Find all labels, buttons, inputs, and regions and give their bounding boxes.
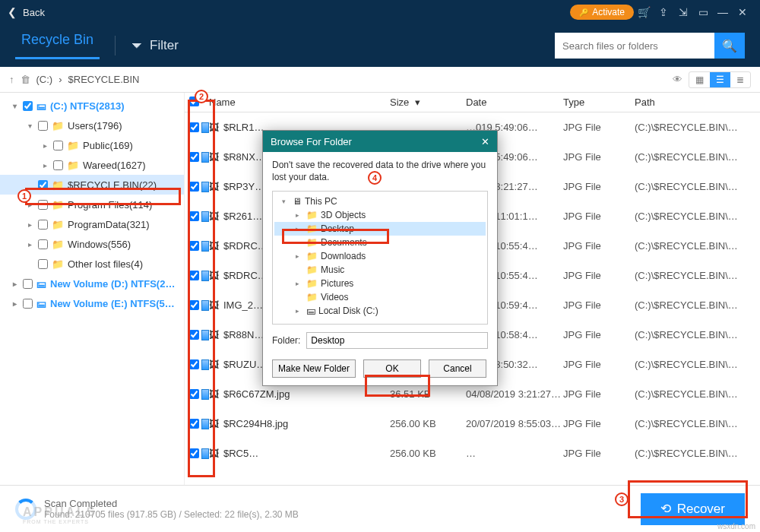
tree-checkbox[interactable] (53, 160, 63, 170)
tree-label: New Volume (D:) NTFS(2… (50, 278, 175, 290)
image-icon: 🖼 (209, 329, 219, 340)
expand-arrow-icon[interactable]: ▸ (25, 240, 34, 249)
tab-recycle-bin[interactable]: Recycle Bin (15, 32, 100, 59)
expand-arrow-icon[interactable]: ▸ (25, 220, 34, 229)
image-icon: 🖼 (209, 181, 219, 192)
tree-checkbox[interactable] (23, 101, 33, 111)
tree-checkbox[interactable] (38, 220, 48, 230)
tree-item[interactable]: ▸🖴New Volume (E:) NTFS(5… (0, 293, 184, 313)
expand-arrow-icon[interactable]: ▸ (296, 225, 303, 233)
expand-arrow-icon[interactable]: ▸ (10, 280, 19, 288)
tree-checkbox[interactable] (38, 180, 48, 190)
tree-item[interactable]: ▸📁Public(169) (0, 135, 184, 155)
dialog-tree-item[interactable]: 📁Videos (274, 290, 486, 304)
dialog-tree-item[interactable]: ▸🖴Local Disk (C:) (274, 304, 486, 318)
tree-checkbox[interactable] (23, 299, 33, 309)
search-input[interactable] (555, 33, 714, 59)
expand-arrow-icon[interactable]: ▾ (10, 102, 19, 110)
file-checkbox[interactable] (189, 330, 199, 340)
file-checkbox[interactable] (189, 271, 199, 280)
preview-icon[interactable]: 👁 (673, 74, 682, 85)
close-icon[interactable]: ✕ (733, 6, 752, 18)
detail-view-icon[interactable]: ≣ (730, 72, 750, 87)
recover-button[interactable]: ⟲ Recover (641, 493, 745, 525)
thumbnail-icon (201, 419, 209, 429)
cancel-button[interactable]: Cancel (429, 359, 486, 378)
col-size[interactable]: Size ▾ (390, 97, 466, 108)
crumb-drive[interactable]: (C:) (36, 74, 53, 85)
file-checkbox[interactable] (189, 419, 199, 429)
tree-checkbox[interactable] (38, 239, 48, 249)
crumb-folder[interactable]: $RECYCLE.BIN (68, 74, 140, 85)
ok-button[interactable]: OK (363, 359, 421, 378)
file-checkbox[interactable] (189, 211, 199, 221)
col-path[interactable]: Path (635, 97, 760, 108)
tree-item[interactable]: ▾📁Users(1796) (0, 116, 184, 135)
expand-arrow-icon[interactable]: ▸ (296, 252, 303, 260)
tree-item[interactable]: ▸📁ProgramData(321) (0, 214, 184, 234)
expand-arrow-icon[interactable]: ▸ (296, 307, 303, 315)
tree-item[interactable]: 📁Other lost files(4) (0, 254, 184, 274)
file-checkbox[interactable] (189, 241, 199, 251)
dialog-tree-item[interactable]: ▸📁3D Objects (274, 208, 486, 222)
col-date[interactable]: Date (466, 97, 563, 108)
tree-item[interactable]: ▸🖴New Volume (D:) NTFS(2… (0, 274, 184, 293)
minimize-icon[interactable]: — (713, 6, 733, 18)
tree-checkbox[interactable] (38, 121, 48, 131)
share-icon[interactable]: ⇪ (654, 6, 673, 18)
cart-icon[interactable]: 🛒 (634, 6, 654, 18)
dialog-tree-label: Local Disk (C:) (318, 306, 378, 316)
activate-button[interactable]: 🔑 Activate (570, 5, 634, 20)
dialog-tree-item[interactable]: ▸📁Desktop (274, 222, 486, 236)
expand-arrow-icon[interactable]: ▸ (296, 211, 303, 219)
col-name[interactable]: Name (209, 97, 390, 108)
make-new-folder-button[interactable]: Make New Folder (272, 359, 356, 378)
search-button[interactable]: 🔍 (714, 33, 745, 59)
tree-checkbox[interactable] (38, 259, 48, 269)
grid-view-icon[interactable]: ▦ (689, 72, 710, 87)
dialog-tree-item[interactable]: 📁Music (274, 263, 486, 277)
dialog-tree-item[interactable]: 📁Documents (274, 236, 486, 249)
file-row[interactable]: 🖼$RC5…256.00 KB…JPG File(C:)\$RECYCLE.BI… (185, 439, 760, 468)
window-min-icon[interactable]: ▭ (693, 6, 713, 18)
file-checkbox[interactable] (189, 389, 199, 399)
trash-icon[interactable]: 🗑 (21, 74, 30, 85)
dialog-close-icon[interactable]: ✕ (481, 136, 489, 147)
back-button[interactable]: ❮ Back (8, 6, 45, 18)
expand-arrow-icon[interactable]: ▾ (25, 122, 34, 130)
folder-input[interactable] (306, 332, 488, 349)
export-icon[interactable]: ⇲ (673, 6, 693, 18)
file-checkbox[interactable] (189, 152, 199, 162)
dialog-tree-item[interactable]: ▸📁Downloads (274, 249, 486, 263)
up-arrow-icon[interactable]: ↑ (9, 74, 14, 85)
expand-arrow-icon[interactable]: ▸ (296, 280, 303, 287)
file-checkbox[interactable] (189, 359, 199, 369)
expand-arrow-icon[interactable]: ▸ (40, 141, 49, 150)
expand-arrow-icon[interactable]: ▸ (40, 161, 49, 169)
dialog-tree-item[interactable]: ▾🖥This PC (274, 195, 486, 208)
file-checkbox[interactable] (189, 448, 199, 458)
tree-checkbox[interactable] (23, 279, 33, 289)
expand-arrow-icon[interactable]: ▾ (282, 198, 290, 205)
folder-tree[interactable]: ▾🖴(C:) NTFS(2813)▾📁Users(1796)▸📁Public(1… (0, 93, 185, 485)
file-checkbox[interactable] (189, 122, 199, 132)
file-checkbox[interactable] (189, 182, 199, 192)
tree-item[interactable]: ▸📁Windows(556) (0, 234, 184, 254)
file-checkbox[interactable] (189, 300, 199, 310)
view-toggle[interactable]: ▦ ☰ ≣ (689, 71, 751, 88)
dialog-tree[interactable]: ▾🖥This PC▸📁3D Objects▸📁Desktop📁Documents… (272, 191, 488, 325)
dialog-tree-item[interactable]: ▸📁Pictures (274, 277, 486, 290)
list-view-icon[interactable]: ☰ (710, 72, 730, 87)
filter-button[interactable]: ⏷ Filter (131, 38, 179, 53)
tree-item[interactable]: ▾🖴(C:) NTFS(2813) (0, 96, 184, 116)
tree-checkbox[interactable] (53, 141, 63, 150)
col-type[interactable]: Type (563, 97, 635, 108)
expand-arrow-icon[interactable]: ▸ (10, 299, 19, 308)
restore-icon: ⟲ (660, 501, 671, 517)
tree-item[interactable]: ▸📁Wareed(1627) (0, 155, 184, 175)
column-headers[interactable]: Name Size ▾ Date Type Path (185, 93, 760, 112)
file-type: JPG File (563, 240, 635, 252)
tree-checkbox[interactable] (38, 200, 48, 210)
dialog-tree-label: Desktop (321, 223, 354, 234)
file-row[interactable]: 🖼$RC294H8.jpg256.00 KB20/07/2019 8:55:03… (185, 409, 760, 439)
